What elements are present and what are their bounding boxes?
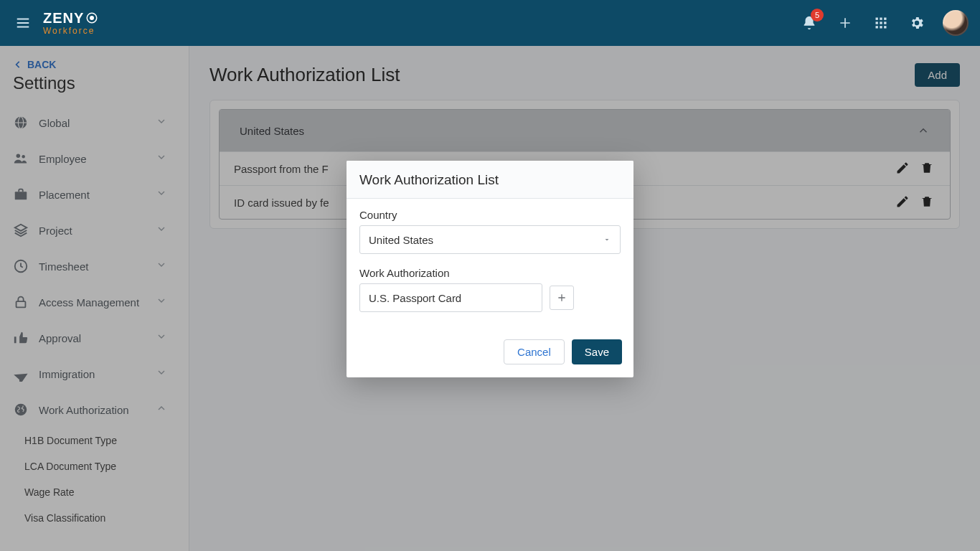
plus-icon <box>556 292 567 303</box>
svg-rect-3 <box>880 18 882 20</box>
country-select-value: United States <box>369 234 433 246</box>
svg-rect-5 <box>876 22 878 24</box>
country-field-label: Country <box>359 209 621 221</box>
add-button[interactable] <box>835 13 855 33</box>
hamburger-menu[interactable] <box>9 9 37 37</box>
svg-rect-9 <box>880 26 882 28</box>
svg-rect-2 <box>876 18 878 20</box>
modal: Work Authorization List Country United S… <box>347 161 633 377</box>
wa-add-button[interactable] <box>550 286 574 310</box>
cancel-button[interactable]: Cancel <box>504 339 565 364</box>
svg-rect-8 <box>876 26 878 28</box>
country-select[interactable]: United States <box>359 225 621 254</box>
brand-eye-icon <box>85 11 98 24</box>
plus-icon <box>838 16 852 30</box>
avatar[interactable] <box>943 10 969 36</box>
svg-rect-6 <box>880 22 882 24</box>
svg-rect-4 <box>884 18 886 20</box>
brand-logo: ZENY Workforce <box>43 11 98 35</box>
topbar: ZENY Workforce 5 <box>0 0 980 46</box>
menu-icon <box>15 15 31 31</box>
settings-button[interactable] <box>907 13 927 33</box>
svg-rect-10 <box>884 26 886 28</box>
brand-main: ZENY <box>43 11 84 25</box>
notifications-button[interactable]: 5 <box>799 13 819 33</box>
svg-point-1 <box>90 17 94 20</box>
apps-grid-icon <box>874 16 888 30</box>
wa-field-label: Work Authorization <box>359 267 621 279</box>
modal-title: Work Authorization List <box>347 161 633 199</box>
apps-button[interactable] <box>871 13 891 33</box>
gear-icon <box>909 15 925 31</box>
wa-input[interactable] <box>359 283 542 312</box>
caret-down-icon <box>603 235 611 244</box>
modal-overlay[interactable]: Work Authorization List Country United S… <box>0 46 980 551</box>
brand-sub: Workforce <box>43 27 98 35</box>
notif-badge: 5 <box>811 9 824 22</box>
svg-rect-7 <box>884 22 886 24</box>
save-button[interactable]: Save <box>572 339 622 364</box>
